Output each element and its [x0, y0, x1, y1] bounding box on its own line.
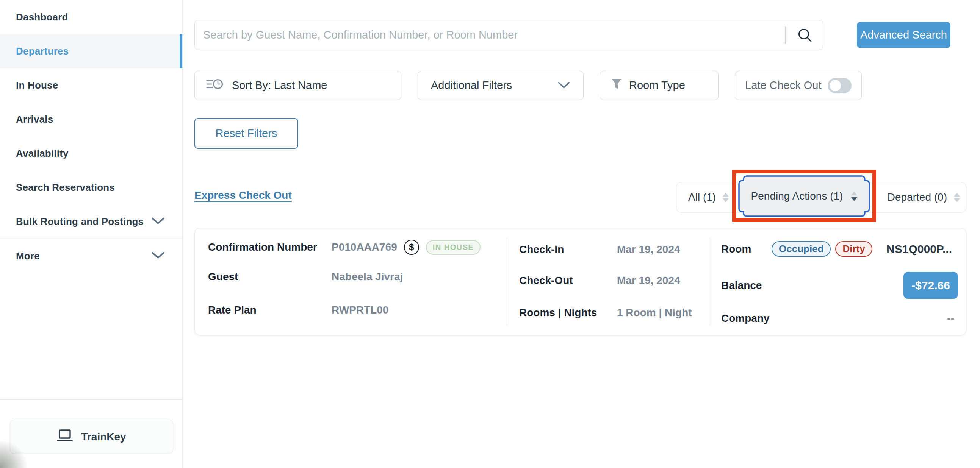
in-house-status-badge: IN HOUSE [426, 240, 481, 255]
dollar-circle-icon[interactable]: $ [404, 240, 419, 255]
main-content: Advanced Search Sort By: Last Name Addit… [183, 0, 980, 468]
chevron-down-icon [151, 250, 165, 262]
room-label: Room [721, 243, 772, 255]
sidebar-item-label: Bulk Routing and Postings [16, 216, 144, 228]
express-check-out-link[interactable]: Express Check Out [194, 189, 292, 201]
reservation-card[interactable]: Confirmation Number P010AAA769 $ IN HOUS… [194, 228, 966, 335]
confirmation-row: Confirmation Number P010AAA769 $ IN HOUS… [208, 240, 507, 255]
search-divider [785, 26, 786, 44]
funnel-filter-icon [611, 78, 622, 93]
room-type-label: Room Type [629, 79, 685, 92]
room-row: Room Occupied Dirty NS1Q000P... [721, 241, 958, 257]
sidebar-item-availability[interactable]: Availability [0, 136, 182, 170]
balance-amount-button[interactable]: -$72.66 [904, 272, 958, 299]
company-row: Company -- [721, 313, 958, 325]
check-in-row: Check-In Mar 19, 2024 [519, 243, 697, 255]
guest-name-value: Nabeela Jivraj [332, 271, 403, 283]
guest-label: Guest [208, 271, 332, 283]
sidebar-item-label: Availability [16, 148, 68, 159]
card-column-divider [507, 238, 507, 325]
late-check-out-toggle[interactable] [828, 78, 851, 93]
sidebar-item-label: In House [16, 79, 58, 91]
sidebar-item-label: Search Reservations [16, 182, 115, 194]
sidebar-item-in-house[interactable]: In House [0, 68, 182, 102]
chevron-down-icon [557, 79, 570, 92]
room-occupied-badge: Occupied [772, 241, 831, 257]
sort-arrows-icon [851, 192, 857, 201]
card-column-divider [710, 238, 710, 325]
check-in-label: Check-In [519, 243, 617, 255]
sidebar-item-more[interactable]: More [0, 239, 182, 273]
sidebar: Dashboard Departures In House Arrivals A… [0, 0, 183, 468]
sort-by-time-icon [206, 77, 224, 94]
balance-label: Balance [721, 279, 762, 292]
sort-arrows-icon [723, 193, 729, 202]
late-check-out-filter: Late Check Out [735, 71, 862, 100]
rate-plan-value: RWPRTL00 [332, 304, 388, 316]
company-label: Company [721, 313, 770, 325]
guest-row: Guest Nabeela Jivraj [208, 271, 507, 283]
rate-plan-label: Rate Plan [208, 304, 332, 316]
check-out-row: Check-Out Mar 19, 2024 [519, 274, 697, 287]
search-input[interactable] [195, 21, 823, 49]
room-dirty-badge: Dirty [835, 241, 872, 257]
sidebar-footer-divider [0, 400, 182, 400]
rate-plan-row: Rate Plan RWPRTL00 [208, 304, 507, 316]
tab-departed[interactable]: Departed (0) [888, 182, 960, 213]
additional-filters-dropdown[interactable]: Additional Filters [418, 71, 584, 100]
check-in-value: Mar 19, 2024 [617, 243, 680, 255]
trainkey-button[interactable]: TrainKey [10, 420, 173, 454]
sidebar-item-search-reservations[interactable]: Search Reservations [0, 170, 182, 205]
check-out-label: Check-Out [519, 274, 617, 287]
rooms-nights-row: Rooms | Nights 1 Room | Night [519, 307, 697, 319]
tab-departed-label: Departed (0) [888, 191, 947, 203]
sort-by-button[interactable]: Sort By: Last Name [194, 71, 401, 100]
laptop-icon [57, 429, 73, 444]
sidebar-item-label: Arrivals [16, 114, 53, 125]
sidebar-item-bulk-routing-postings[interactable]: Bulk Routing and Postings [0, 205, 182, 238]
advanced-search-button[interactable]: Advanced Search [857, 22, 950, 48]
sort-by-label: Sort By: Last Name [232, 79, 327, 92]
room-type-filter-button[interactable]: Room Type [600, 71, 719, 100]
search-bar [194, 20, 823, 50]
sidebar-item-label: Dashboard [16, 11, 68, 23]
late-check-out-label: Late Check Out [745, 79, 822, 92]
sidebar-item-dashboard[interactable]: Dashboard [0, 0, 182, 34]
confirmation-number-value[interactable]: P010AAA769 [332, 241, 397, 253]
departures-tab-bar: All (1) Pending Actions (1) Depart [676, 182, 966, 213]
tab-pending-actions-label: Pending Actions (1) [751, 190, 843, 202]
sidebar-item-departures[interactable]: Departures [0, 34, 182, 68]
tab-all[interactable]: All (1) [688, 182, 729, 213]
sidebar-item-label: Departures [16, 46, 68, 57]
sidebar-item-arrivals[interactable]: Arrivals [0, 102, 182, 136]
rooms-nights-value: 1 Room | Night [617, 307, 692, 319]
search-icon[interactable] [797, 27, 813, 43]
balance-row: Balance -$72.66 [721, 272, 958, 299]
check-out-value: Mar 19, 2024 [617, 274, 680, 287]
toggle-knob [830, 80, 841, 91]
sort-arrows-icon [954, 193, 960, 202]
chevron-down-icon [151, 216, 165, 228]
rooms-nights-label: Rooms | Nights [519, 307, 617, 319]
tab-pending-actions[interactable]: Pending Actions (1) [738, 175, 870, 217]
confirmation-number-label: Confirmation Number [208, 241, 332, 253]
room-number-value[interactable]: NS1Q000P... [886, 243, 958, 255]
trainkey-label: TrainKey [81, 431, 126, 443]
reset-filters-button[interactable]: Reset Filters [194, 118, 298, 149]
additional-filters-label: Additional Filters [431, 79, 512, 92]
departures-page: Dashboard Departures In House Arrivals A… [0, 0, 980, 468]
sidebar-item-label: More [16, 250, 40, 262]
tab-all-label: All (1) [688, 191, 716, 203]
company-value: -- [947, 313, 958, 325]
